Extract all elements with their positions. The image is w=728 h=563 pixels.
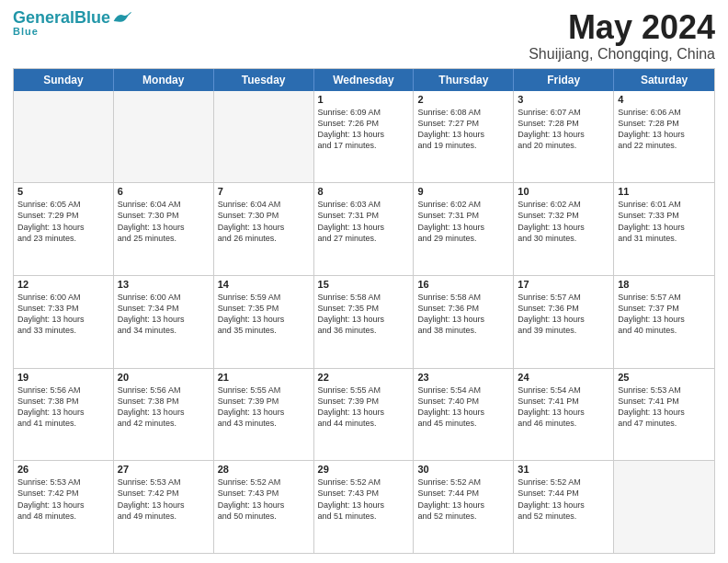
calendar-cell: 29Sunrise: 5:52 AM Sunset: 7:43 PM Dayli… (314, 461, 415, 553)
day-number: 9 (417, 186, 509, 197)
day-number: 7 (218, 186, 310, 197)
logo-bird-icon (112, 11, 132, 24)
logo-text: GeneralBlue (13, 9, 110, 26)
day-number: 12 (17, 279, 109, 290)
calendar-row-4: 19Sunrise: 5:56 AM Sunset: 7:38 PM Dayli… (14, 369, 714, 462)
day-number: 11 (618, 186, 711, 197)
calendar-cell: 16Sunrise: 5:58 AM Sunset: 7:36 PM Dayli… (414, 276, 514, 368)
weekday-thursday: Thursday (414, 69, 514, 91)
calendar-cell: 20Sunrise: 5:56 AM Sunset: 7:38 PM Dayli… (114, 369, 214, 461)
cell-info: Sunrise: 6:06 AM Sunset: 7:28 PM Dayligh… (618, 107, 711, 152)
calendar-cell (114, 91, 214, 183)
calendar-cell: 23Sunrise: 5:54 AM Sunset: 7:40 PM Dayli… (414, 369, 514, 461)
calendar-cell: 24Sunrise: 5:54 AM Sunset: 7:41 PM Dayli… (514, 369, 614, 461)
calendar-cell: 8Sunrise: 6:03 AM Sunset: 7:31 PM Daylig… (314, 183, 415, 275)
day-number: 2 (417, 94, 509, 105)
day-number: 21 (218, 372, 310, 383)
calendar-cell: 6Sunrise: 6:04 AM Sunset: 7:30 PM Daylig… (114, 183, 214, 275)
cell-info: Sunrise: 6:08 AM Sunset: 7:27 PM Dayligh… (417, 107, 509, 152)
cell-info: Sunrise: 6:05 AM Sunset: 7:29 PM Dayligh… (17, 199, 109, 244)
calendar-cell: 2Sunrise: 6:08 AM Sunset: 7:27 PM Daylig… (414, 91, 514, 183)
cell-info: Sunrise: 5:57 AM Sunset: 7:37 PM Dayligh… (618, 292, 711, 337)
calendar: Sunday Monday Tuesday Wednesday Thursday… (13, 68, 715, 554)
cell-info: Sunrise: 6:07 AM Sunset: 7:28 PM Dayligh… (518, 107, 609, 152)
day-number: 3 (518, 94, 609, 105)
calendar-cell: 3Sunrise: 6:07 AM Sunset: 7:28 PM Daylig… (514, 91, 614, 183)
calendar-cell: 18Sunrise: 5:57 AM Sunset: 7:37 PM Dayli… (614, 276, 714, 368)
cell-info: Sunrise: 5:52 AM Sunset: 7:44 PM Dayligh… (518, 477, 609, 522)
calendar-cell: 21Sunrise: 5:55 AM Sunset: 7:39 PM Dayli… (214, 369, 314, 461)
calendar-body: 1Sunrise: 6:09 AM Sunset: 7:26 PM Daylig… (14, 91, 714, 553)
calendar-cell: 14Sunrise: 5:59 AM Sunset: 7:35 PM Dayli… (214, 276, 314, 368)
weekday-sunday: Sunday (14, 69, 114, 91)
day-number: 13 (118, 279, 210, 290)
calendar-cell: 15Sunrise: 5:58 AM Sunset: 7:35 PM Dayli… (314, 276, 415, 368)
logo: GeneralBlue Blue (13, 9, 132, 37)
calendar-cell: 13Sunrise: 6:00 AM Sunset: 7:34 PM Dayli… (114, 276, 214, 368)
day-number: 5 (17, 186, 109, 197)
calendar-cell: 7Sunrise: 6:04 AM Sunset: 7:30 PM Daylig… (214, 183, 314, 275)
cell-info: Sunrise: 5:56 AM Sunset: 7:38 PM Dayligh… (118, 385, 210, 430)
cell-info: Sunrise: 6:03 AM Sunset: 7:31 PM Dayligh… (318, 199, 410, 244)
calendar-cell: 19Sunrise: 5:56 AM Sunset: 7:38 PM Dayli… (14, 369, 114, 461)
weekday-tuesday: Tuesday (214, 69, 314, 91)
day-number: 17 (518, 279, 609, 290)
cell-info: Sunrise: 6:04 AM Sunset: 7:30 PM Dayligh… (118, 199, 210, 244)
day-number: 24 (518, 372, 609, 383)
cell-info: Sunrise: 5:58 AM Sunset: 7:36 PM Dayligh… (417, 292, 509, 337)
cell-info: Sunrise: 5:53 AM Sunset: 7:42 PM Dayligh… (118, 477, 210, 522)
day-number: 19 (17, 372, 109, 383)
calendar-cell: 9Sunrise: 6:02 AM Sunset: 7:31 PM Daylig… (414, 183, 514, 275)
day-number: 18 (618, 279, 711, 290)
logo-blue: Blue (74, 8, 110, 27)
cell-info: Sunrise: 6:00 AM Sunset: 7:33 PM Dayligh… (17, 292, 109, 337)
day-number: 30 (417, 464, 509, 475)
cell-info: Sunrise: 5:52 AM Sunset: 7:44 PM Dayligh… (417, 477, 509, 522)
weekday-monday: Monday (114, 69, 214, 91)
day-number: 31 (518, 464, 609, 475)
cell-info: Sunrise: 5:56 AM Sunset: 7:38 PM Dayligh… (17, 385, 109, 430)
calendar-cell: 11Sunrise: 6:01 AM Sunset: 7:33 PM Dayli… (614, 183, 714, 275)
cell-info: Sunrise: 5:55 AM Sunset: 7:39 PM Dayligh… (218, 385, 310, 430)
cell-info: Sunrise: 5:58 AM Sunset: 7:35 PM Dayligh… (318, 292, 410, 337)
logo-general: General (13, 8, 74, 27)
cell-info: Sunrise: 6:04 AM Sunset: 7:30 PM Dayligh… (218, 199, 310, 244)
day-number: 10 (518, 186, 609, 197)
day-number: 14 (218, 279, 310, 290)
cell-info: Sunrise: 5:59 AM Sunset: 7:35 PM Dayligh… (218, 292, 310, 337)
cell-info: Sunrise: 5:54 AM Sunset: 7:41 PM Dayligh… (518, 385, 609, 430)
calendar-cell: 12Sunrise: 6:00 AM Sunset: 7:33 PM Dayli… (14, 276, 114, 368)
calendar-row-1: 1Sunrise: 6:09 AM Sunset: 7:26 PM Daylig… (14, 91, 714, 184)
calendar-cell: 1Sunrise: 6:09 AM Sunset: 7:26 PM Daylig… (314, 91, 415, 183)
title-block: May 2024 Shuijiang, Chongqing, China (529, 9, 715, 63)
calendar-header: Sunday Monday Tuesday Wednesday Thursday… (14, 69, 714, 91)
calendar-cell: 28Sunrise: 5:52 AM Sunset: 7:43 PM Dayli… (214, 461, 314, 553)
cell-info: Sunrise: 6:09 AM Sunset: 7:26 PM Dayligh… (318, 107, 410, 152)
cell-info: Sunrise: 6:01 AM Sunset: 7:33 PM Dayligh… (618, 199, 711, 244)
cell-info: Sunrise: 5:53 AM Sunset: 7:42 PM Dayligh… (17, 477, 109, 522)
cell-info: Sunrise: 6:02 AM Sunset: 7:31 PM Dayligh… (417, 199, 509, 244)
calendar-cell (14, 91, 114, 183)
month-title: May 2024 (529, 9, 715, 46)
day-number: 1 (318, 94, 410, 105)
cell-info: Sunrise: 6:02 AM Sunset: 7:32 PM Dayligh… (518, 199, 609, 244)
day-number: 20 (118, 372, 210, 383)
cell-info: Sunrise: 5:52 AM Sunset: 7:43 PM Dayligh… (318, 477, 410, 522)
weekday-saturday: Saturday (614, 69, 714, 91)
day-number: 29 (318, 464, 410, 475)
cell-info: Sunrise: 5:53 AM Sunset: 7:41 PM Dayligh… (618, 385, 711, 430)
calendar-cell: 30Sunrise: 5:52 AM Sunset: 7:44 PM Dayli… (414, 461, 514, 553)
day-number: 23 (417, 372, 509, 383)
page: GeneralBlue Blue May 2024 Shuijiang, Cho… (0, 0, 728, 563)
calendar-cell: 10Sunrise: 6:02 AM Sunset: 7:32 PM Dayli… (514, 183, 614, 275)
weekday-friday: Friday (514, 69, 614, 91)
day-number: 16 (417, 279, 509, 290)
location-title: Shuijiang, Chongqing, China (529, 46, 715, 63)
calendar-row-5: 26Sunrise: 5:53 AM Sunset: 7:42 PM Dayli… (14, 461, 714, 553)
logo-subtext: Blue (13, 26, 39, 37)
day-number: 27 (118, 464, 210, 475)
calendar-cell: 4Sunrise: 6:06 AM Sunset: 7:28 PM Daylig… (614, 91, 714, 183)
calendar-cell (614, 461, 714, 553)
weekday-wednesday: Wednesday (314, 69, 415, 91)
calendar-cell (214, 91, 314, 183)
